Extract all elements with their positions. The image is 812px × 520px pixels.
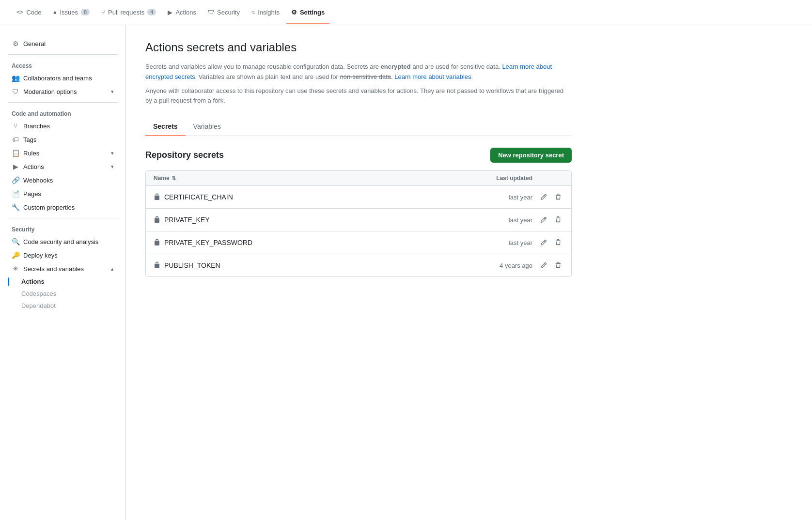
secrets-icon: ✳ <box>12 265 19 273</box>
sidebar-item-webhooks[interactable]: 🔗 Webhooks <box>8 173 118 187</box>
variables-link[interactable]: Learn more about variables <box>394 73 471 80</box>
nav-security[interactable]: 🛡 Security <box>203 2 245 24</box>
sort-icon[interactable]: ⇅ <box>172 175 176 182</box>
layout: ⚙ General Access 👥 Collaborators and tea… <box>0 25 812 520</box>
section-header: Repository secrets New repository secret <box>145 148 572 163</box>
sidebar-item-custom-properties[interactable]: 🔧 Custom properties <box>8 200 118 214</box>
code-icon: <> <box>16 9 23 15</box>
table-row: PUBLISH_TOKEN 4 years ago <box>146 254 571 276</box>
secret-updated-2: last year <box>455 239 532 246</box>
new-repository-secret-button[interactable]: New repository secret <box>490 148 572 163</box>
delete-secret-button-1[interactable] <box>553 214 563 225</box>
sidebar-item-collaborators[interactable]: 👥 Collaborators and teams <box>8 71 118 85</box>
settings-icon: ⚙ <box>291 9 297 16</box>
deploy-keys-icon: 🔑 <box>12 251 19 259</box>
nav-pull-requests[interactable]: ⑂ Pull requests 4 <box>96 2 161 24</box>
actions-sidebar-icon: ▶ <box>12 163 19 170</box>
insights-icon: ≈ <box>251 9 255 16</box>
moderation-icon: 🛡 <box>12 88 19 95</box>
secret-name-text-1: PRIVATE_KEY <box>164 216 210 224</box>
sidebar-item-rules[interactable]: 📋 Rules ▾ <box>8 146 118 160</box>
secret-name-text-0: CERTIFICATE_CHAIN <box>164 193 233 201</box>
page-title: Actions secrets and variables <box>145 41 572 54</box>
sidebar-item-secrets-variables[interactable]: ✳ Secrets and variables ▴ <box>8 262 118 275</box>
sidebar-security-label: Security <box>8 222 118 235</box>
sidebar-item-tags[interactable]: 🏷 Tags <box>8 133 118 146</box>
secret-updated-1: last year <box>455 216 532 224</box>
lock-icon-1 <box>154 215 160 225</box>
nav-issues[interactable]: ● Issues 8 <box>48 2 95 24</box>
sidebar-sub-dependabot[interactable]: Dependabot <box>8 300 118 312</box>
secret-name-3: PUBLISH_TOKEN <box>154 261 455 270</box>
tab-variables[interactable]: Variables <box>186 118 229 136</box>
edit-secret-button-1[interactable] <box>538 214 549 225</box>
sidebar-item-general[interactable]: ⚙ General <box>8 37 118 50</box>
sidebar-sub-codespaces[interactable]: Codespaces <box>8 288 118 300</box>
actions-icon: ▶ <box>168 9 172 16</box>
tags-icon: 🏷 <box>12 136 19 143</box>
secret-updated-3: 4 years ago <box>455 262 532 269</box>
sidebar-code-automation-label: Code and automation <box>8 107 118 119</box>
secrets-rows: CERTIFICATE_CHAIN last year PRIVATE_KE <box>146 186 571 276</box>
table-row: PRIVATE_KEY_PASSWORD last year <box>146 231 571 254</box>
security-icon: 🛡 <box>208 9 214 16</box>
sidebar-item-actions[interactable]: ▶ Actions ▾ <box>8 160 118 173</box>
sidebar-sub-actions[interactable]: Actions <box>8 275 118 288</box>
sidebar: ⚙ General Access 👥 Collaborators and tea… <box>0 25 126 520</box>
sidebar-divider-3 <box>8 218 118 218</box>
lock-icon-2 <box>154 238 160 247</box>
secret-actions-2 <box>532 237 563 248</box>
secret-name-0: CERTIFICATE_CHAIN <box>154 193 455 202</box>
section-title: Repository secrets <box>145 150 224 160</box>
nav-insights[interactable]: ≈ Insights <box>247 2 284 24</box>
pages-icon: 📄 <box>12 190 19 198</box>
sidebar-item-branches[interactable]: ⑂ Branches <box>8 119 118 133</box>
secret-name-text-2: PRIVATE_KEY_PASSWORD <box>164 239 252 246</box>
table-row: CERTIFICATE_CHAIN last year <box>146 186 571 209</box>
sidebar-divider-1 <box>8 54 118 55</box>
delete-secret-button-2[interactable] <box>553 237 563 248</box>
secret-actions-3 <box>532 260 563 271</box>
sidebar-access-label: Access <box>8 59 118 71</box>
col-name-header: Name ⇅ <box>154 175 455 182</box>
secret-actions-1 <box>532 214 563 225</box>
secret-name-2: PRIVATE_KEY_PASSWORD <box>154 238 455 247</box>
sidebar-item-moderation[interactable]: 🛡 Moderation options ▾ <box>8 85 118 98</box>
table-header: Name ⇅ Last updated <box>146 171 571 186</box>
code-security-icon: 🔍 <box>12 238 19 245</box>
rules-icon: 📋 <box>12 149 19 157</box>
top-nav: <> Code ● Issues 8 ⑂ Pull requests 4 ▶ A… <box>0 0 812 25</box>
nav-code[interactable]: <> Code <box>12 2 47 24</box>
edit-secret-button-3[interactable] <box>538 260 549 271</box>
nav-actions[interactable]: ▶ Actions <box>163 2 201 24</box>
table-row: PRIVATE_KEY last year <box>146 209 571 231</box>
custom-properties-icon: 🔧 <box>12 203 19 211</box>
secret-name-1: PRIVATE_KEY <box>154 215 455 225</box>
description: Secrets and variables allow you to manag… <box>145 62 572 106</box>
tabs: Secrets Variables <box>145 118 572 136</box>
secrets-table: Name ⇅ Last updated CERTIFICATE_CHAIN la… <box>145 170 572 277</box>
delete-secret-button-0[interactable] <box>553 192 563 202</box>
general-icon: ⚙ <box>12 40 19 47</box>
chevron-down-icon-rules: ▾ <box>111 150 114 156</box>
nav-settings[interactable]: ⚙ Settings <box>286 2 329 24</box>
chevron-up-icon: ▴ <box>111 266 114 272</box>
chevron-down-icon: ▾ <box>111 89 114 95</box>
collaborators-icon: 👥 <box>12 74 19 82</box>
pull-request-icon: ⑂ <box>101 9 105 16</box>
edit-secret-button-0[interactable] <box>538 192 549 202</box>
edit-secret-button-2[interactable] <box>538 237 549 248</box>
lock-icon-3 <box>154 261 160 270</box>
branches-icon: ⑂ <box>12 122 19 130</box>
secret-actions-0 <box>532 192 563 202</box>
sidebar-item-code-security[interactable]: 🔍 Code security and analysis <box>8 235 118 248</box>
sidebar-item-pages[interactable]: 📄 Pages <box>8 187 118 200</box>
col-updated-header: Last updated <box>455 175 532 182</box>
lock-icon-0 <box>154 193 160 202</box>
chevron-down-icon-actions: ▾ <box>111 164 114 170</box>
sidebar-item-deploy-keys[interactable]: 🔑 Deploy keys <box>8 248 118 262</box>
delete-secret-button-3[interactable] <box>553 260 563 271</box>
issues-icon: ● <box>53 9 57 16</box>
tab-secrets[interactable]: Secrets <box>145 118 186 136</box>
secret-updated-0: last year <box>455 194 532 201</box>
